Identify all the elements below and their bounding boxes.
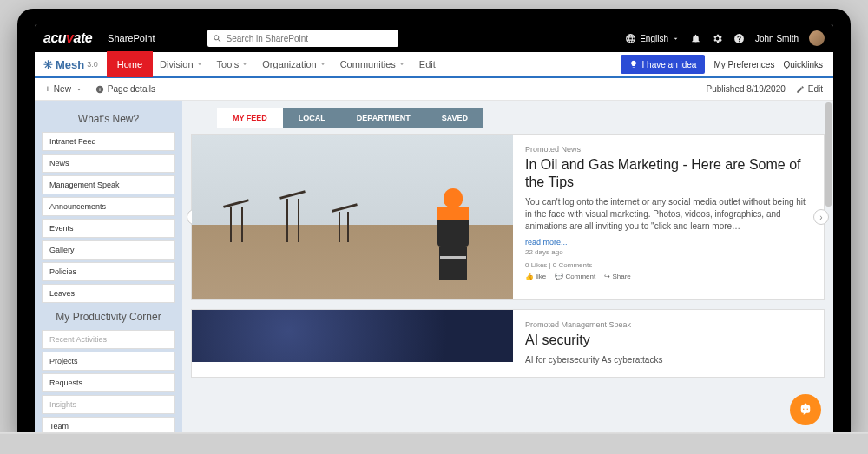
sharepoint-label: SharePoint (108, 33, 155, 43)
tab-saved[interactable]: SAVED (426, 108, 483, 128)
sidebar: What's New? Intranet FeedNewsManagement … (35, 101, 182, 434)
sidebar-item-recent-activities[interactable]: Recent Activities (42, 330, 175, 349)
sidebar-item-intranet-feed[interactable]: Intranet Feed (42, 132, 175, 151)
help-icon[interactable] (733, 33, 745, 44)
news-description-2: AI for cybersecurity As cyberattacks (525, 354, 812, 366)
main-content: MY FEED LOCAL DEPARTMENT SAVED ‹ Promote… (182, 101, 833, 434)
chevron-down-icon (75, 85, 83, 94)
sidebar-item-gallery[interactable]: Gallery (42, 240, 175, 260)
sidebar-item-team[interactable]: Team (42, 417, 175, 434)
page-details-button[interactable]: Page details (95, 84, 155, 94)
news-description: You can't log onto the internet or any s… (525, 196, 812, 233)
search-input[interactable] (227, 34, 393, 43)
bell-icon[interactable] (690, 33, 701, 44)
news-timestamp: 22 days ago (525, 248, 812, 256)
sidebar-item-announcements[interactable]: Announcements (42, 197, 175, 216)
sidebar-item-policies[interactable]: Policies (42, 262, 175, 281)
avatar[interactable] (809, 30, 825, 46)
nav-edit[interactable]: Edit (412, 51, 443, 77)
sidebar-item-requests[interactable]: Requests (42, 373, 175, 392)
globe-icon (625, 33, 636, 44)
mesh-logo[interactable]: ✳Mesh3.0 (35, 58, 107, 71)
whats-new-title: What's New? (42, 108, 175, 132)
search-input-wrap[interactable] (207, 30, 398, 47)
news-category: Promoted News (525, 145, 812, 154)
edit-button[interactable]: Edit (796, 84, 823, 94)
like-button[interactable]: 👍 like (525, 273, 546, 280)
chatbot-button[interactable] (790, 394, 821, 425)
edit-icon (796, 85, 805, 94)
sidebar-item-projects[interactable]: Projects (42, 352, 175, 371)
sidebar-item-management-speak[interactable]: Management Speak (42, 175, 175, 194)
nav-division[interactable]: Division (153, 51, 210, 77)
search-icon (213, 34, 222, 43)
news-title[interactable]: In Oil and Gas Marketing - Here are Some… (525, 156, 812, 191)
scrollbar[interactable] (825, 102, 832, 207)
top-bar: acuvate SharePoint English John Smith (35, 24, 833, 52)
new-button[interactable]: +New (45, 84, 83, 94)
chatbot-icon (798, 402, 813, 418)
read-more-link[interactable]: read more... (525, 238, 812, 247)
nav-tools[interactable]: Tools (210, 51, 256, 77)
my-preferences-link[interactable]: My Preferences (713, 60, 774, 69)
nav-bar: ✳Mesh3.0 Home Division Tools Organizatio… (35, 52, 833, 78)
comment-button[interactable]: 💬 Comment (555, 273, 595, 280)
news-title-2[interactable]: AI security (525, 332, 812, 349)
nav-communities[interactable]: Communities (333, 51, 412, 77)
info-icon (95, 85, 104, 94)
brand-logo: acuvate (43, 30, 92, 46)
sidebar-item-insights[interactable]: Insights (42, 395, 175, 414)
news-image (192, 135, 513, 299)
tab-my-feed[interactable]: MY FEED (217, 108, 283, 128)
nav-organization[interactable]: Organization (255, 51, 332, 77)
user-name[interactable]: John Smith (755, 34, 799, 43)
sidebar-item-leaves[interactable]: Leaves (42, 284, 175, 303)
sidebar-item-events[interactable]: Events (42, 219, 175, 238)
page-toolbar: +New Page details Published 8/19/2020 Ed… (35, 78, 833, 101)
carousel-next[interactable]: › (813, 209, 829, 225)
news-category-2: Promoted Management Speak (525, 320, 812, 329)
published-date: Published 8/19/2020 (707, 84, 786, 94)
quicklinks-link[interactable]: Quicklinks (783, 60, 823, 69)
share-button[interactable]: ↪ Share (604, 273, 631, 280)
language-selector[interactable]: English (625, 33, 680, 44)
news-stats: 0 Likes | 0 Comments (525, 261, 812, 269)
lightbulb-icon (629, 60, 638, 69)
news-card-2: Promoted Management Speak AI security AI… (191, 309, 825, 378)
chevron-down-icon (672, 35, 680, 43)
idea-button[interactable]: I have an idea (621, 55, 706, 74)
tab-local[interactable]: LOCAL (283, 108, 341, 128)
news-card: ‹ Promoted News In Oil and Gas Marketing… (191, 134, 825, 300)
productivity-title: My Productivity Corner (42, 306, 175, 330)
gear-icon[interactable] (712, 33, 723, 44)
tab-department[interactable]: DEPARTMENT (341, 108, 426, 128)
feed-tabs: MY FEED LOCAL DEPARTMENT SAVED (217, 108, 825, 128)
news-image-2 (192, 310, 513, 362)
home-button[interactable]: Home (107, 51, 153, 77)
sidebar-item-news[interactable]: News (42, 154, 175, 173)
